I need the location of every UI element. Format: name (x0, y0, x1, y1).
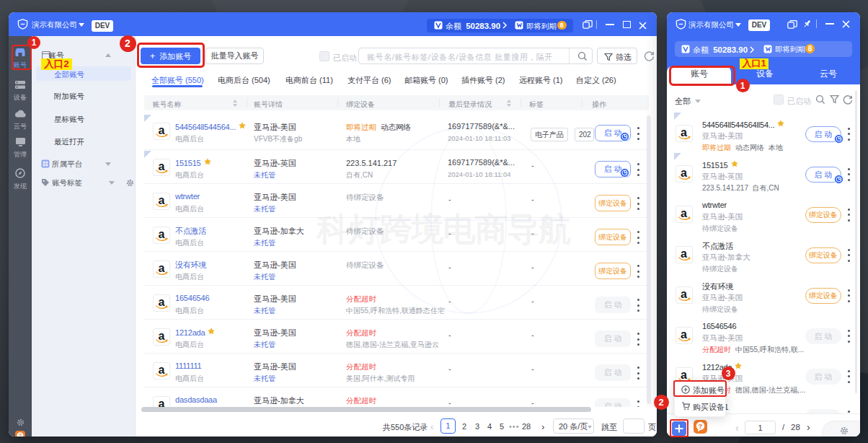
svg-text:?: ? (699, 422, 703, 430)
svg-text:?: ? (19, 432, 22, 437)
